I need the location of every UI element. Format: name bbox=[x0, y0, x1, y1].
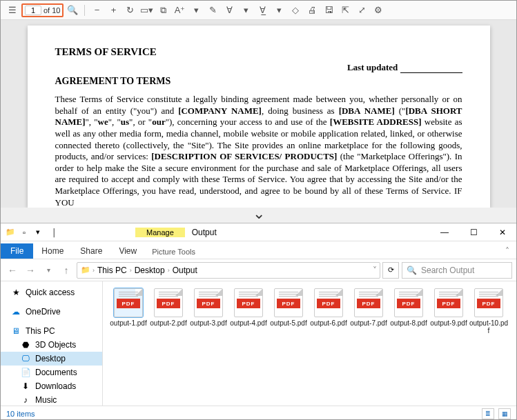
pdf-page: TERMS OF SERVICE Last updated AGREEMENT … bbox=[28, 26, 490, 208]
path-seg-output[interactable]: Output bbox=[171, 266, 199, 275]
divider-icon: │ bbox=[49, 227, 60, 238]
close-button[interactable]: ✕ bbox=[493, 226, 512, 239]
export-icon[interactable]: ⇱ bbox=[338, 3, 353, 18]
nav-documents[interactable]: 📄Documents bbox=[1, 366, 102, 379]
address-bar: ← → ▾ ↑ 📁 › This PC › Desktop › Output ˅… bbox=[1, 259, 516, 281]
ribbon-view[interactable]: View bbox=[110, 243, 145, 259]
nav-fwd-icon[interactable]: → bbox=[23, 263, 38, 278]
ribbon: File Home Share View Picture Tools ˄ bbox=[1, 241, 516, 259]
settings-icon[interactable]: ⚙ bbox=[371, 3, 386, 18]
zoom-in-icon[interactable]: + bbox=[106, 3, 121, 18]
file-item[interactable]: PDFoutput-5​.pdf bbox=[269, 288, 309, 334]
nav-pane: ★Quick access ☁OneDrive 🖥This PC ⬣3D Obj… bbox=[1, 281, 103, 406]
chevron-icon[interactable]: › bbox=[168, 267, 170, 274]
pdf-icon: PDF bbox=[194, 288, 223, 317]
fullscreen-icon[interactable]: ⤢ bbox=[354, 3, 369, 18]
path-drop-icon[interactable]: ˅ bbox=[373, 266, 377, 275]
text-tool-icon[interactable]: A⁺ bbox=[172, 3, 187, 18]
ribbon-share[interactable]: Share bbox=[72, 243, 110, 259]
refresh-icon[interactable]: ⟳ bbox=[382, 262, 399, 279]
print-icon[interactable]: 🖨 bbox=[304, 3, 320, 18]
highlight-icon[interactable]: ∀ bbox=[222, 3, 237, 18]
pdf-canvas[interactable]: TERMS OF SERVICE Last updated AGREEMENT … bbox=[1, 20, 516, 208]
minimize-button[interactable]: — bbox=[435, 226, 454, 239]
nav-up-icon[interactable]: ↑ bbox=[59, 263, 74, 278]
file-explorer: 📁 ▫ ▾ │ Manage Output — ☐ ✕ File Home Sh… bbox=[1, 223, 516, 420]
manage-tab[interactable]: Manage bbox=[135, 228, 185, 237]
page-display-icon[interactable]: ▭▾ bbox=[139, 3, 154, 18]
dropdown-1-icon[interactable]: ▾ bbox=[188, 3, 204, 18]
pdf-icon: PDF bbox=[474, 288, 503, 317]
status-bar: 10 items ≣ ▦ bbox=[1, 406, 516, 420]
page-number-input[interactable] bbox=[25, 6, 41, 15]
file-label: output-8​.pdf bbox=[390, 319, 427, 327]
pdf-toolbar: ☰ of 10 🔍 − + ↻ ▭▾ ⧉ A⁺ ▾ ✎ ∀ ▾ ∀̲ ▾ ◇ 🖨… bbox=[1, 1, 516, 20]
ribbon-collapse-icon[interactable]: ˄ bbox=[498, 243, 516, 259]
nav-desktop[interactable]: 🖵Desktop bbox=[1, 352, 102, 366]
address-path[interactable]: 📁 › This PC › Desktop › Output ˅ bbox=[77, 262, 380, 279]
rotate-icon[interactable]: ↻ bbox=[122, 3, 137, 18]
file-item[interactable]: PDFoutput-8​.pdf bbox=[389, 288, 429, 334]
pdf-viewer: ☰ of 10 🔍 − + ↻ ▭▾ ⧉ A⁺ ▾ ✎ ∀ ▾ ∀̲ ▾ ◇ 🖨… bbox=[1, 1, 516, 208]
file-item[interactable]: PDFoutput-1​0.pdf bbox=[469, 288, 509, 334]
nav-back-icon[interactable]: ← bbox=[5, 263, 20, 278]
eraser-icon[interactable]: ◇ bbox=[288, 3, 303, 18]
nav-3d-objects[interactable]: ⬣3D Objects bbox=[1, 338, 102, 352]
nav-music[interactable]: ♪Music bbox=[1, 393, 102, 406]
sidebar-toggle-icon[interactable]: ☰ bbox=[5, 3, 20, 18]
file-item[interactable]: PDFoutput-4​.pdf bbox=[228, 288, 269, 334]
file-item[interactable]: PDFoutput-2​.pdf bbox=[148, 288, 188, 334]
pdf-icon: PDF bbox=[434, 288, 463, 317]
nav-history-icon[interactable]: ▾ bbox=[41, 263, 56, 278]
status-text: 10 items bbox=[6, 410, 35, 418]
dropdown-2-icon[interactable]: ▾ bbox=[238, 3, 253, 18]
folder-icon: 📁 bbox=[5, 227, 16, 238]
file-label: output-5​.pdf bbox=[270, 319, 306, 327]
qa-drop-icon[interactable]: ▾ bbox=[32, 227, 43, 238]
search-icon[interactable]: 🔍 bbox=[65, 3, 80, 18]
search-input[interactable]: 🔍 Search Output bbox=[402, 262, 512, 279]
file-item[interactable]: PDFoutput-6​.pdf bbox=[309, 288, 349, 334]
path-seg-desktop[interactable]: Desktop bbox=[133, 266, 166, 275]
read-mode-icon[interactable]: ⧉ bbox=[155, 3, 170, 18]
doc-title: TERMS OF SERVICE bbox=[55, 46, 462, 58]
strike-icon[interactable]: ∀̲ bbox=[255, 3, 270, 18]
file-item[interactable]: PDFoutput-7​.pdf bbox=[349, 288, 389, 334]
path-seg-thispc[interactable]: This PC bbox=[96, 266, 128, 275]
file-label: output-3​.pdf bbox=[190, 319, 226, 327]
pdf-icon: PDF bbox=[314, 288, 343, 317]
file-label: output-4​.pdf bbox=[230, 319, 266, 327]
chevron-icon[interactable]: › bbox=[130, 267, 132, 274]
chevron-icon[interactable]: › bbox=[92, 267, 95, 274]
maximize-button[interactable]: ☐ bbox=[464, 226, 483, 239]
qa-check-icon[interactable]: ▫ bbox=[19, 227, 30, 238]
nav-quick-access[interactable]: ★Quick access bbox=[1, 286, 102, 299]
pdf-icon: PDF bbox=[274, 288, 303, 317]
file-item[interactable]: PDFoutput-3​.pdf bbox=[188, 288, 228, 334]
nav-thispc[interactable]: 🖥This PC bbox=[1, 324, 102, 338]
window-title: Output bbox=[192, 228, 217, 237]
file-item[interactable]: PDFoutput-1​.pdf bbox=[108, 288, 148, 334]
file-label: output-1​.pdf bbox=[110, 319, 146, 327]
file-grid[interactable]: PDFoutput-1​.pdfPDFoutput-2​.pdfPDFoutpu… bbox=[103, 281, 516, 406]
file-item[interactable]: PDFoutput-9​.pdf bbox=[429, 288, 469, 334]
path-folder-icon: 📁 bbox=[80, 265, 91, 276]
expand-down-chevron-icon[interactable]: ⌄ bbox=[1, 208, 516, 223]
zoom-out-icon[interactable]: − bbox=[89, 3, 104, 18]
textbox-icon[interactable]: ✎ bbox=[205, 3, 220, 18]
search-placeholder: Search Output bbox=[421, 266, 474, 275]
ribbon-home[interactable]: Home bbox=[33, 243, 72, 259]
nav-downloads[interactable]: ⬇Downloads bbox=[1, 379, 102, 393]
view-details-icon[interactable]: ≣ bbox=[482, 408, 494, 419]
file-label: output-1​0.pdf bbox=[469, 319, 509, 334]
page-of-label: of 10 bbox=[43, 6, 60, 14]
save-icon[interactable]: 🖫 bbox=[321, 3, 336, 18]
nav-onedrive[interactable]: ☁OneDrive bbox=[1, 305, 102, 319]
doc-updated: Last updated bbox=[55, 62, 462, 73]
ribbon-file[interactable]: File bbox=[1, 243, 33, 259]
view-icons-icon[interactable]: ▦ bbox=[498, 408, 511, 419]
pdf-icon: PDF bbox=[234, 288, 263, 317]
pdf-icon: PDF bbox=[394, 288, 423, 317]
dropdown-3-icon[interactable]: ▾ bbox=[271, 3, 286, 18]
ribbon-picture-tools[interactable]: Picture Tools bbox=[145, 245, 202, 259]
